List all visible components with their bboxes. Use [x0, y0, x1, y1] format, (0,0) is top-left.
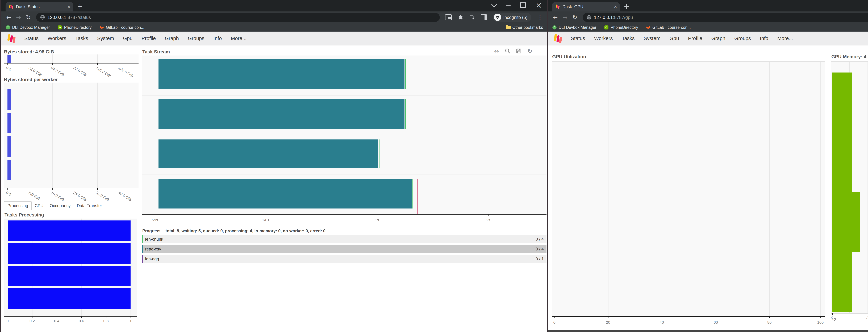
- tab-close-icon[interactable]: ×: [614, 4, 617, 9]
- axis-tick-label: 59s: [152, 218, 158, 222]
- minimize-button[interactable]: [506, 5, 510, 5]
- reset-tool-icon[interactable]: ↻: [526, 47, 534, 55]
- address-bar[interactable]: 120.0.0.1:8787/status: [36, 13, 440, 22]
- nav-item-more[interactable]: More...: [231, 36, 247, 41]
- progress-task-count: 0 / 4: [535, 247, 544, 252]
- bookmark-dli-devbox-manager[interactable]: DLI Devbox Manager: [5, 25, 50, 30]
- dask-logo-icon[interactable]: [6, 33, 16, 43]
- worker-tab-processing[interactable]: Processing: [4, 201, 32, 210]
- extensions-puzzle-icon[interactable]: [458, 14, 463, 20]
- tab-dask-gpu[interactable]: Dask: GPU ×: [552, 2, 620, 11]
- bookmark-dli-devbox-manager[interactable]: DLI Devbox Manager: [552, 25, 596, 30]
- gpu-memory-chart[interactable]: [831, 61, 868, 313]
- nav-item-info[interactable]: Info: [213, 36, 222, 41]
- task-stream-chart[interactable]: [142, 56, 547, 214]
- new-tab-button[interactable]: +: [77, 3, 83, 10]
- nav-item-status[interactable]: Status: [571, 36, 585, 41]
- nav-item-gpu[interactable]: Gpu: [123, 36, 132, 41]
- bytes-per-worker-axis-labels: 0.08.0 GiB16.0 GiB24.0 GiB32.0 GiB40.0 G…: [4, 190, 138, 202]
- axis-tick: [608, 317, 609, 318]
- axis-tick: [820, 317, 821, 318]
- media-playlist-icon[interactable]: [469, 14, 475, 20]
- other-bookmarks-button[interactable]: Other bookmarks: [506, 25, 543, 30]
- window-menu-chevron-icon[interactable]: [492, 2, 497, 7]
- gridline-icon: [75, 82, 75, 188]
- nav-item-more[interactable]: More...: [777, 36, 793, 41]
- nav-item-tasks[interactable]: Tasks: [622, 36, 635, 41]
- axis-tick-label: 0.0: [830, 316, 837, 322]
- forward-button[interactable]: →: [16, 14, 21, 21]
- reload-button[interactable]: ↻: [26, 14, 31, 21]
- axis-tick: [75, 63, 75, 65]
- axis-tick: [57, 316, 57, 318]
- axis-tick: [30, 63, 30, 65]
- tab-dask-status[interactable]: Dask: Status ×: [5, 2, 73, 11]
- worker-tab-cpu[interactable]: CPU: [32, 202, 47, 210]
- back-button[interactable]: ←: [6, 14, 11, 21]
- bytes-per-worker-chart[interactable]: [4, 82, 138, 188]
- gpu-memory-bar: [832, 72, 851, 132]
- window-controls: ×: [492, 1, 542, 9]
- bookmark-list: DLI Devbox ManagerPhoneDirectoryGitLab -…: [552, 25, 699, 30]
- nav-item-graph[interactable]: Graph: [711, 36, 725, 41]
- nav-item-profile[interactable]: Profile: [688, 36, 702, 41]
- maximize-button[interactable]: [520, 2, 526, 8]
- side-panel-icon[interactable]: [481, 14, 487, 20]
- axis-tick: [555, 317, 555, 318]
- progress-row-len-chunk[interactable]: len-chunk0 / 4: [142, 235, 547, 243]
- tab-close-icon[interactable]: ×: [67, 4, 70, 9]
- new-tab-button[interactable]: +: [624, 3, 629, 10]
- nav-item-groups[interactable]: Groups: [188, 36, 204, 41]
- axis-tick-label: 128.0 GiB: [95, 66, 112, 78]
- status-dashboard: Bytes stored: 4.98 GiB 0.032.0 GiB64.0 G…: [1, 45, 547, 332]
- url-path: :8787/gpu: [613, 15, 633, 20]
- bookmark-phonedirectory[interactable]: PhoneDirectory: [604, 25, 638, 30]
- nav-item-gpu[interactable]: Gpu: [670, 36, 679, 41]
- axis-tick-label: 100: [817, 320, 824, 325]
- nav-item-profile[interactable]: Profile: [142, 36, 156, 41]
- nav-item-info[interactable]: Info: [760, 36, 768, 41]
- nav-item-workers[interactable]: Workers: [48, 36, 66, 41]
- bookmark-gitlab-course-con-[interactable]: GitLab - course-con...: [99, 25, 144, 30]
- progress-row-len-agg[interactable]: len-agg0 / 1: [142, 255, 547, 263]
- worker-tab-occupancy[interactable]: Occupancy: [46, 202, 73, 210]
- worker-tab-datatransfer[interactable]: Data Transfer: [73, 202, 105, 210]
- nav-item-tasks[interactable]: Tasks: [75, 36, 88, 41]
- progress-summary: Progress -- total: 9, waiting: 5, queued…: [142, 228, 326, 233]
- bookmark-gitlab-course-con-[interactable]: GitLab - course-con...: [646, 25, 691, 30]
- bytes-stored-bar: [7, 55, 11, 63]
- progress-row-read-csv[interactable]: read-csv0 / 4: [142, 245, 547, 253]
- tasks-processing-chart[interactable]: [4, 219, 137, 317]
- nav-item-system[interactable]: System: [97, 36, 114, 41]
- save-tool-icon[interactable]: [515, 47, 523, 55]
- gridline-icon: [75, 55, 75, 63]
- browser-menu-icon[interactable]: ⋮: [537, 14, 543, 21]
- axis-tick-label: 96.0 GiB: [72, 66, 88, 77]
- worker-metric-tabs: ProcessingCPUOccupancyData Transfer: [4, 201, 138, 210]
- nav-item-groups[interactable]: Groups: [734, 36, 751, 41]
- bytes-stored-chart[interactable]: [4, 55, 138, 64]
- other-bookmarks-label: Other bookmarks: [513, 25, 543, 30]
- axis-tick-label: 40: [660, 320, 664, 325]
- address-bar[interactable]: 127.0.0.1:8787/gpu: [583, 13, 868, 22]
- bokeh-menu-icon[interactable]: ⋮: [537, 47, 545, 55]
- bookmarks-divider: [502, 25, 502, 30]
- nav-item-system[interactable]: System: [644, 36, 660, 41]
- reload-button[interactable]: ↻: [572, 14, 578, 21]
- picture-in-picture-icon[interactable]: [445, 14, 452, 20]
- task-color-accent: [142, 255, 143, 263]
- forward-button[interactable]: →: [563, 14, 568, 21]
- nav-item-graph[interactable]: Graph: [165, 36, 179, 41]
- bookmark-phonedirectory[interactable]: PhoneDirectory: [58, 25, 92, 30]
- box-zoom-tool-icon[interactable]: [504, 47, 512, 55]
- window-bottom-edge: [548, 330, 868, 332]
- tab-strip: Dask: Status × + ×: [1, 0, 547, 11]
- incognito-badge[interactable]: Incognito (5): [493, 13, 531, 22]
- close-button[interactable]: ×: [535, 1, 542, 9]
- gpu-utilization-chart[interactable]: [552, 61, 825, 317]
- pan-tool-icon[interactable]: ↔: [493, 47, 500, 55]
- dask-logo-icon[interactable]: [553, 33, 563, 43]
- nav-item-status[interactable]: Status: [24, 36, 38, 41]
- back-button[interactable]: ←: [553, 14, 558, 21]
- nav-item-workers[interactable]: Workers: [594, 36, 613, 41]
